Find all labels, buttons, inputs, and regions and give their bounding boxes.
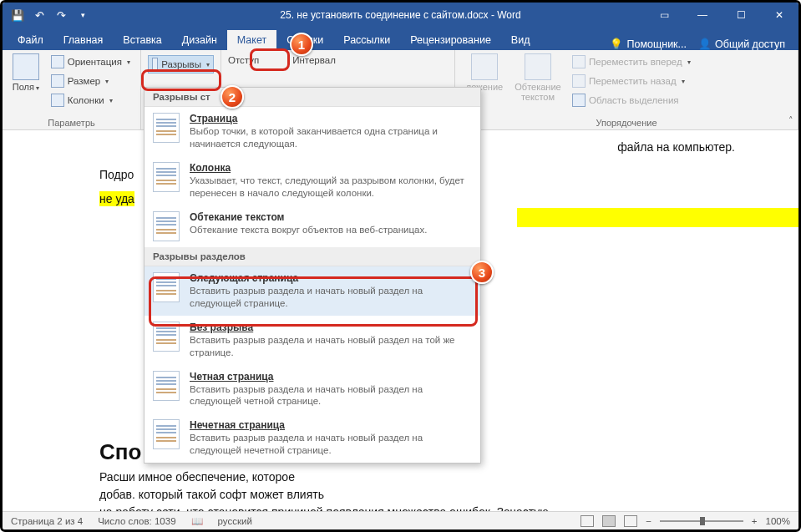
maximize-button[interactable]: ☐ [722,3,760,28]
wrap-text-button[interactable]: Обтекание текстом [512,53,564,116]
odd-page-icon [153,419,180,449]
selection-icon [572,94,586,107]
read-mode-icon[interactable] [580,515,594,527]
tell-me[interactable]: 💡Помощник... [610,38,687,50]
group-arrange-label: Упорядочение [462,116,791,129]
break-textwrap[interactable]: Обтекание текстомОбтекание текста вокруг… [144,205,480,247]
collapse-ribbon-icon[interactable]: ˄ [788,115,793,126]
position-icon [471,53,498,80]
print-layout-icon[interactable] [602,515,616,527]
even-page-icon [153,371,180,401]
minimize-button[interactable]: — [683,3,722,28]
doc-line: добав. который такой софт может влиять [99,486,735,504]
zoom-out-button[interactable]: − [646,516,651,526]
section-next-page[interactable]: Следующая страницаВставить разрыв раздел… [144,266,480,316]
zoom-slider[interactable] [660,520,743,522]
backward-icon [572,74,586,88]
column-break-icon [153,162,180,192]
tab-layout[interactable]: Макет [227,30,276,50]
tab-home[interactable]: Главная [53,30,114,50]
margins-button[interactable]: Поля▾ [9,53,43,116]
window-title: 25. не установить соединение с сайтом.do… [280,9,520,21]
dropdown-section-header: Разрывы разделов [144,247,480,266]
section-even-page[interactable]: Четная страницаВставить разрыв раздела и… [144,365,480,414]
group-page-setup-label: Параметрь [9,116,134,129]
page-indicator[interactable]: Страница 2 из 4 [11,516,83,526]
break-page[interactable]: СтраницаВыбор точки, в которой заканчива… [144,107,480,156]
breaks-button[interactable]: Разрывы▾ [148,55,214,73]
ribbon-options-icon[interactable]: ▭ [645,3,683,28]
status-bar: Страница 2 из 4 Число слов: 1039 📖 русск… [3,511,798,529]
callout-badge-1: 1 [290,33,313,56]
tab-file[interactable]: Файл [8,30,53,50]
language-indicator[interactable]: русский [218,516,252,526]
tab-review[interactable]: Рецензирование [400,30,501,50]
section-odd-page[interactable]: Нечетная страницаВставить разрыв раздела… [144,413,480,463]
word-count[interactable]: Число слов: 1039 [98,516,175,526]
bring-forward-button[interactable]: Переместить вперед▾ [569,53,694,70]
callout-badge-2: 2 [221,85,244,109]
redo-icon[interactable]: ↷ [54,8,68,22]
textwrap-break-icon [153,211,180,241]
size-button[interactable]: Размер▾ [48,73,134,89]
send-backward-button[interactable]: Переместить назад▾ [569,73,694,89]
doc-line: Расши имное обеспечение, которое [99,469,735,486]
forward-icon [572,55,586,68]
wrap-icon [525,53,551,80]
breaks-dropdown: Разрывы ст СтраницаВыбор точки, в которо… [144,87,481,464]
share-button[interactable]: 👤Общий доступ [698,38,785,50]
quick-access-toolbar: 💾 ↶ ↷ ▾ [3,8,98,22]
qat-customize-icon[interactable]: ▾ [76,8,89,22]
tab-view[interactable]: Вид [501,30,540,50]
section-continuous[interactable]: Без разрываВставить разрыв раздела и нач… [144,316,480,365]
ribbon-tabs: Файл Главная Вставка Дизайн Макет Ссылки… [3,28,798,50]
save-icon[interactable]: 💾 [11,8,24,22]
breaks-icon [152,58,158,71]
zoom-in-button[interactable]: + [752,516,758,526]
next-page-icon [153,272,180,302]
columns-icon [51,94,64,107]
callout-badge-3: 3 [470,261,494,284]
columns-button[interactable]: Колонки▾ [48,92,134,109]
tab-mailings[interactable]: Рассылки [333,30,400,50]
lightbulb-icon: 💡 [610,38,623,50]
selection-pane-button[interactable]: Область выделения [569,92,694,109]
web-layout-icon[interactable] [624,515,637,527]
share-icon: 👤 [698,38,712,50]
zoom-level[interactable]: 100% [766,516,790,526]
margins-icon [13,53,39,80]
break-column[interactable]: КолонкаУказывает, что текст, следующий з… [144,156,480,205]
page-break-icon [153,113,180,143]
orientation-icon [51,55,64,68]
tab-design[interactable]: Дизайн [172,30,227,50]
dropdown-section-header: Разрывы ст [144,88,480,107]
orientation-button[interactable]: Ориентация▾ [48,53,134,70]
undo-icon[interactable]: ↶ [33,8,46,22]
close-button[interactable]: ✕ [760,3,798,28]
size-icon [51,74,64,88]
continuous-icon [153,322,180,352]
highlighted-text: не уда [99,191,134,206]
tab-insert[interactable]: Вставка [113,30,171,50]
title-bar: 💾 ↶ ↷ ▾ 25. не установить соединение с с… [3,3,798,28]
proofing-icon[interactable]: 📖 [191,515,203,527]
